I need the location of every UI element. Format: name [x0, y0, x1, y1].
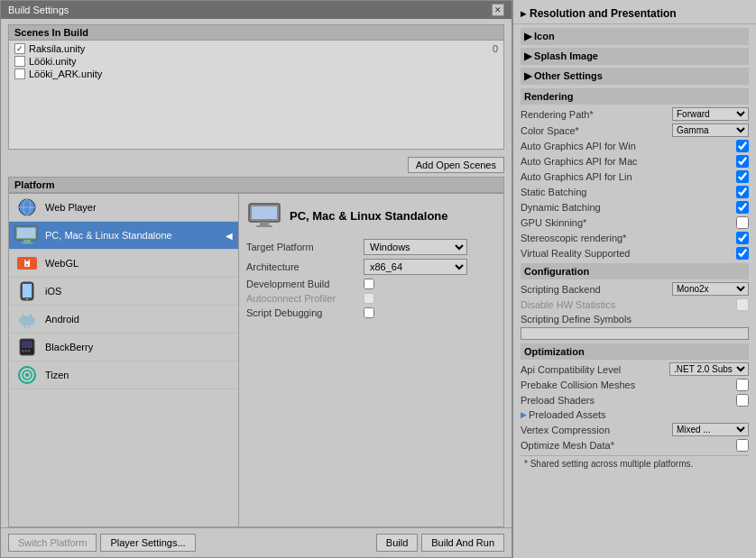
auto-graphics-lin-label: Auto Graphics API for Lin	[521, 171, 736, 182]
icon-section-header[interactable]: ▶ Icon	[521, 28, 749, 45]
preloaded-assets-arrow: ▶	[521, 410, 527, 419]
platform-item-blackberry[interactable]: BlackBerry	[9, 334, 238, 361]
autoconnect-checkbox[interactable]	[364, 293, 374, 304]
scene-name: Raksila.unity	[29, 43, 85, 54]
scripting-define-row: Scripting Define Symbols	[521, 314, 749, 325]
player-settings-button[interactable]: Player Settings...	[100, 534, 195, 552]
color-space-label: Color Space*	[521, 125, 672, 136]
svg-rect-32	[260, 222, 269, 225]
scripting-backend-select[interactable]: Mono2x IL2CPP	[672, 282, 749, 296]
close-button[interactable]: ✕	[492, 4, 504, 16]
icon-section-label: Icon	[534, 31, 555, 41]
left-buttons: Switch Platform Player Settings...	[8, 534, 196, 552]
preload-shaders-check[interactable]	[736, 394, 749, 407]
platform-label-pc-mac-linux: PC, Mac & Linux Standalone	[45, 230, 172, 241]
disable-hw-check[interactable]	[736, 298, 749, 311]
svg-point-12	[26, 298, 28, 300]
platform-item-webgl[interactable]: H5WebGL	[9, 250, 238, 278]
svg-rect-31	[252, 206, 277, 219]
platform-list: Web PlayerPC, Mac & Linux Standalone◀H5W…	[9, 194, 239, 526]
svg-rect-11	[23, 284, 32, 297]
auto-graphics-mac-label: Auto Graphics API for Mac	[521, 156, 736, 167]
disable-hw-label: Disable HW Statistics	[521, 299, 736, 310]
preload-shaders-label: Preload Shaders	[521, 395, 736, 406]
active-platform-indicator: ◀	[226, 231, 233, 241]
architecture-value[interactable]: x86 x86_64 Universal	[364, 259, 467, 275]
api-compat-select[interactable]: .NET 2.0 Subs .NET 2.0	[669, 362, 749, 376]
scripting-define-input[interactable]	[521, 327, 749, 340]
development-build-checkbox[interactable]	[364, 279, 374, 289]
auto-graphics-win-check[interactable]	[736, 140, 749, 152]
scripting-define-input-row	[521, 327, 749, 340]
script-debug-label: Script Debugging	[246, 307, 364, 318]
add-open-scenes-button[interactable]: Add Open Scenes	[408, 157, 504, 173]
platform-icon-ios	[14, 281, 40, 301]
platform-item-web-player[interactable]: Web Player	[9, 194, 238, 222]
resolution-triangle: ▶	[521, 10, 526, 18]
other-settings-header[interactable]: ▶ Other Settings	[521, 68, 749, 85]
rendering-path-select[interactable]: Forward Deferred	[672, 107, 749, 121]
preloaded-assets-label: ▶ Preloaded Assets	[521, 409, 749, 420]
build-and-run-button[interactable]: Build And Run	[421, 534, 504, 552]
stereoscopic-check[interactable]	[736, 232, 749, 244]
gpu-skinning-row: GPU Skinning*	[521, 216, 749, 229]
platform-item-android[interactable]: Android	[9, 306, 238, 334]
target-platform-value[interactable]: Windows Mac OS X Linux	[364, 239, 467, 255]
platform-item-ios[interactable]: iOS	[9, 278, 238, 306]
scene-item[interactable]: Lööki.unity	[9, 55, 503, 68]
resolution-header[interactable]: ▶ Resolution and Presentation	[513, 4, 756, 24]
disable-hw-row: Disable HW Statistics	[521, 298, 749, 311]
scripting-define-label: Scripting Define Symbols	[521, 314, 749, 325]
preload-shaders-row: Preload Shaders	[521, 394, 749, 407]
development-build-row: Development Build	[246, 279, 496, 289]
auto-graphics-mac-check[interactable]	[736, 155, 749, 168]
optimize-mesh-check[interactable]	[736, 439, 749, 452]
script-debug-check[interactable]	[364, 307, 374, 318]
scene-checkbox[interactable]	[14, 56, 25, 67]
prebake-collision-check[interactable]	[736, 379, 749, 391]
color-space-select[interactable]: Gamma Linear	[672, 123, 749, 137]
target-platform-select[interactable]: Windows Mac OS X Linux	[364, 239, 467, 255]
architecture-select[interactable]: x86 x86_64 Universal	[364, 259, 467, 275]
svg-rect-5	[23, 240, 31, 242]
platform-label-blackberry: BlackBerry	[45, 342, 93, 352]
scene-item[interactable]: Lööki_ARK.unity	[9, 68, 503, 80]
svg-rect-6	[21, 242, 33, 244]
other-triangle: ▶	[524, 70, 531, 81]
right-buttons: Build Build And Run	[376, 534, 504, 552]
platform-icon-pc-mac-linux	[14, 225, 40, 245]
other-label: Other Settings	[534, 70, 603, 81]
dynamic-batching-check[interactable]	[736, 201, 749, 214]
build-button[interactable]: Build	[376, 534, 418, 552]
script-debug-checkbox[interactable]	[364, 307, 374, 318]
window-title: Build Settings	[8, 5, 69, 15]
target-platform-row: Target Platform Windows Mac OS X Linux	[246, 239, 496, 255]
vertex-compression-label: Vertex Compression	[521, 425, 672, 435]
development-build-check[interactable]	[364, 279, 374, 289]
active-platform-icon	[246, 201, 282, 230]
platform-detail: PC, Mac & Linux Standalone Target Platfo…	[239, 194, 503, 526]
auto-graphics-mac-row: Auto Graphics API for Mac	[521, 155, 749, 168]
scene-item[interactable]: Raksila.unity0	[9, 42, 503, 55]
scene-checkbox[interactable]	[14, 43, 25, 54]
platform-item-pc-mac-linux[interactable]: PC, Mac & Linux Standalone◀	[9, 222, 238, 250]
dynamic-batching-label: Dynamic Batching	[521, 202, 736, 213]
vr-supported-check[interactable]	[736, 247, 749, 260]
svg-rect-13	[21, 316, 33, 325]
optimization-header: Optimization	[521, 343, 749, 360]
active-platform-title: PC, Mac & Linux Standalone	[290, 209, 448, 223]
architecture-label: Architecture	[246, 261, 364, 272]
platform-label-webgl: WebGL	[45, 258, 78, 269]
platform-item-tizen[interactable]: Tizen	[9, 361, 238, 389]
switch-platform-button[interactable]: Switch Platform	[8, 534, 97, 552]
vr-supported-label: Virtual Reality Supported	[521, 248, 736, 259]
splash-section-header[interactable]: ▶ Splash Image	[521, 48, 749, 65]
auto-graphics-lin-check[interactable]	[736, 170, 749, 183]
preloaded-assets-row: ▶ Preloaded Assets	[521, 409, 749, 420]
scene-checkbox[interactable]	[14, 69, 25, 79]
svg-rect-20	[24, 325, 26, 328]
gpu-skinning-check[interactable]	[736, 216, 749, 229]
vr-supported-row: Virtual Reality Supported	[521, 247, 749, 260]
static-batching-check[interactable]	[736, 186, 749, 198]
vertex-compression-select[interactable]: Mixed ... None Everything	[672, 423, 749, 436]
